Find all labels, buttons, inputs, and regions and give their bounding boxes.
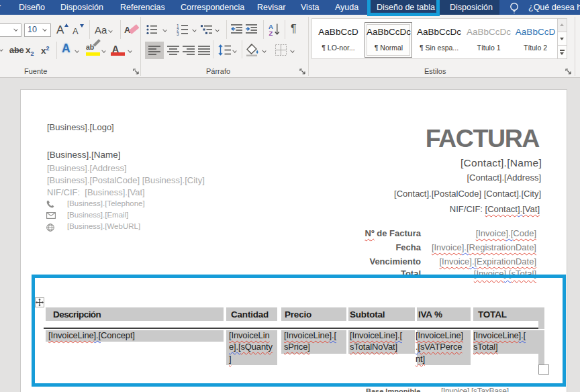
svg-text:Z: Z bbox=[269, 30, 273, 36]
svg-text:3: 3 bbox=[177, 32, 179, 36]
svg-text:A: A bbox=[269, 23, 273, 30]
